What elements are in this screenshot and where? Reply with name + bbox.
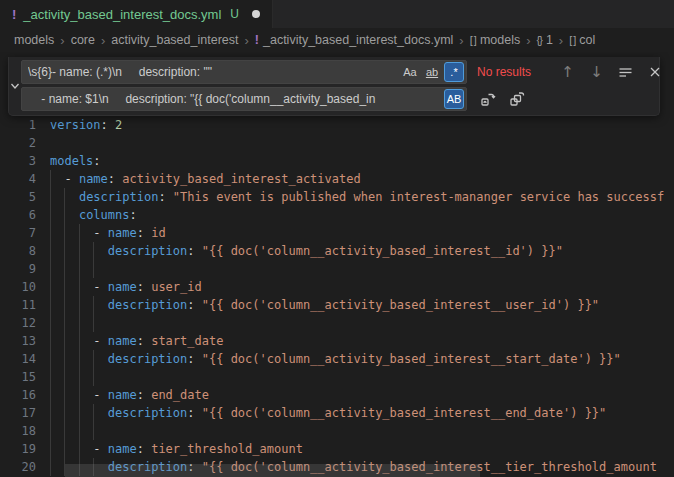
code-token: version — [50, 118, 101, 132]
indent-guide — [79, 386, 80, 404]
breadcrumb-item[interactable]: {}1 — [537, 33, 553, 47]
breadcrumb-item[interactable]: [ ]models — [470, 33, 520, 47]
code-token: description — [108, 244, 187, 258]
indent-guide — [64, 386, 65, 404]
code-line[interactable]: 8 description: "{{ doc('column__activity… — [0, 242, 674, 260]
line-number[interactable]: 10 — [0, 278, 36, 296]
code-line[interactable]: 5 description: "This event is published … — [0, 188, 674, 206]
line-number[interactable]: 6 — [0, 206, 36, 224]
breadcrumb-item[interactable]: models — [14, 33, 54, 47]
indent-guide — [50, 242, 51, 260]
line-number[interactable]: 19 — [0, 440, 36, 458]
code-line[interactable]: 16 - name: end_date — [0, 386, 674, 404]
code-content: - name: start_date — [50, 332, 674, 350]
breadcrumb-label: col — [579, 33, 595, 47]
code-line[interactable]: 15 — [0, 368, 674, 386]
code-content: description: "{{ doc('column__activity_b… — [50, 296, 674, 314]
indent-guide — [79, 242, 80, 260]
line-number[interactable]: 8 — [0, 242, 36, 260]
line-number[interactable]: 1 — [0, 116, 36, 134]
line-number[interactable]: 13 — [0, 332, 36, 350]
indent-guide — [64, 260, 65, 278]
breadcrumb-item[interactable]: !_activity_based_interest_docs.yml — [255, 33, 454, 47]
line-number[interactable]: 12 — [0, 314, 36, 332]
code-line[interactable]: 14 description: "{{ doc('column__activit… — [0, 350, 674, 368]
find-input[interactable]: \s{6}- name: (.*)\n description: "" Aa a… — [21, 60, 467, 84]
replace-input[interactable]: - name: $1\n description: "{{ doc('colum… — [21, 87, 467, 111]
indent-guide — [50, 332, 51, 350]
code-token: : — [93, 154, 100, 168]
breadcrumb-separator: › — [244, 33, 248, 48]
horizontal-scrollbar[interactable] — [65, 464, 480, 477]
whole-word-toggle[interactable]: ab — [422, 62, 442, 82]
code-line[interactable]: 9 — [0, 260, 674, 278]
line-number[interactable]: 2 — [0, 134, 36, 152]
line-number[interactable]: 17 — [0, 404, 36, 422]
code-line[interactable]: 3models: — [0, 152, 674, 170]
code-line[interactable]: 18 — [0, 422, 674, 440]
array-icon: [ ] — [569, 34, 575, 46]
indent-guide — [93, 296, 94, 314]
match-case-toggle[interactable]: Aa — [400, 62, 420, 82]
code-token: : — [137, 388, 151, 402]
toggle-replace-button[interactable] — [9, 60, 21, 111]
code-line[interactable]: 2 — [0, 134, 674, 152]
code-line[interactable]: 6 columns: — [0, 206, 674, 224]
unsaved-changes-dot[interactable] — [252, 10, 260, 18]
previous-match-button[interactable]: ↑ — [557, 62, 578, 83]
code-line[interactable]: 17 description: "{{ doc('column__activit… — [0, 404, 674, 422]
code-content: - name: user_id — [50, 278, 674, 296]
find-row: \s{6}- name: (.*)\n description: "" Aa a… — [21, 60, 665, 84]
code-line[interactable]: 4 - name: activity_based_interest_activa… — [0, 170, 674, 188]
line-number[interactable]: 18 — [0, 422, 36, 440]
line-number[interactable]: 4 — [0, 170, 36, 188]
indent-guide — [50, 260, 51, 278]
editor-pane[interactable]: \s{6}- name: (.*)\n description: "" Aa a… — [0, 52, 674, 477]
replace-button[interactable] — [477, 89, 498, 110]
find-results-count: No results — [477, 65, 549, 79]
close-find-widget-button[interactable] — [644, 62, 665, 83]
breadcrumb-item[interactable]: [ ]col — [569, 33, 595, 47]
replace-value-text: - name: $1\n description: "{{ doc('colum… — [28, 92, 442, 106]
code-token: name — [108, 388, 137, 402]
breadcrumb-item[interactable]: core — [71, 33, 95, 47]
find-in-selection-button[interactable] — [615, 62, 636, 83]
code-content: - name: tier_threshold_amount — [50, 440, 674, 458]
indent-guide — [79, 368, 80, 386]
line-number[interactable]: 20 — [0, 458, 36, 476]
code-token: : — [187, 406, 201, 420]
breadcrumb-separator: › — [559, 33, 563, 48]
line-number[interactable]: 9 — [0, 260, 36, 278]
code-line[interactable]: 13 - name: start_date — [0, 332, 674, 350]
code-token: : — [101, 118, 115, 132]
line-number[interactable]: 16 — [0, 386, 36, 404]
code-token: end_date — [151, 388, 209, 402]
code-line[interactable]: 10 - name: user_id — [0, 278, 674, 296]
line-number[interactable]: 11 — [0, 296, 36, 314]
replace-all-button[interactable] — [506, 89, 527, 110]
line-number[interactable]: 15 — [0, 368, 36, 386]
code-line[interactable]: 7 - name: id — [0, 224, 674, 242]
code-line[interactable]: 11 description: "{{ doc('column__activit… — [0, 296, 674, 314]
editor-tab[interactable]: ! _activity_based_interest_docs.yml U — [0, 0, 273, 28]
breadcrumb-label: models — [480, 33, 520, 47]
line-number[interactable]: 14 — [0, 350, 36, 368]
code-line[interactable]: 12 — [0, 314, 674, 332]
preserve-case-toggle[interactable]: AB — [444, 89, 464, 109]
indent-guide — [50, 224, 51, 242]
line-number[interactable]: 5 — [0, 188, 36, 206]
indent-guide — [50, 386, 51, 404]
indent-guide — [64, 206, 65, 224]
code-line[interactable]: 19 - name: tier_threshold_amount — [0, 440, 674, 458]
code-token: "{{ doc('column__activity_based_interest… — [202, 244, 563, 258]
line-number[interactable]: 3 — [0, 152, 36, 170]
line-number[interactable]: 7 — [0, 224, 36, 242]
regex-toggle[interactable]: .* — [444, 62, 464, 82]
code-content: version: 2 — [50, 116, 674, 134]
indent-guide — [64, 350, 65, 368]
next-match-button[interactable]: ↓ — [586, 62, 607, 83]
breadcrumb-item[interactable]: activity_based_interest — [111, 33, 238, 47]
indent-guide — [93, 260, 94, 278]
code-line[interactable]: 1version: 2 — [0, 116, 674, 134]
array-icon: [ ] — [470, 34, 476, 46]
